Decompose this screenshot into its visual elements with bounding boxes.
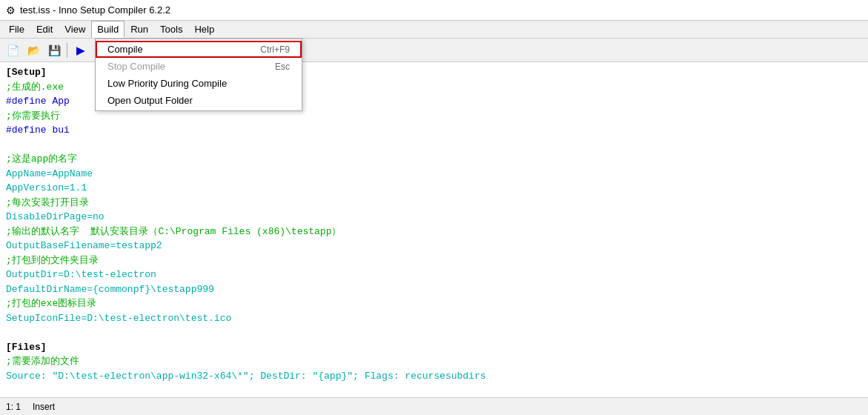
open-output-label: Open Output Folder [107,95,193,106]
editor-line [6,325,862,340]
open-icon: 📂 [27,44,40,56]
stop-compile-label: Stop Compile [107,61,165,72]
editor[interactable]: [Setup];生成的.exe#define App;你需要执行#define … [0,62,868,397]
menu-bar: File Edit View Build Run Tools Help Comp… [0,21,868,39]
toolbar-open[interactable]: 📂 [24,41,43,60]
editor-line [6,138,862,153]
editor-line: ;打包到的文件夹目录 [6,253,862,268]
editor-line: ;需要添加的文件 [6,354,862,369]
editor-line: AppVersion=1.1 [6,181,862,196]
editor-line: SetupIconFile=D:\test-electron\test.ico [6,311,862,326]
editor-line: ;打包的exe图标目录 [6,296,862,311]
compile-label: Compile [107,44,143,55]
new-icon: 📄 [7,44,19,56]
menu-run[interactable]: Run [125,21,154,38]
editor-line: ;这是app的名字 [6,152,862,167]
compile-shortcut: Ctrl+F9 [260,44,290,55]
compile-icon: ▶ [76,44,85,56]
editor-line: DefaultDirName={commonpf}\testapp999 [6,282,862,297]
build-stop-compile[interactable]: Stop Compile Esc [96,58,302,75]
editor-line: OutputBaseFilename=testapp2 [6,239,862,253]
low-priority-label: Low Priority During Compile [107,78,227,89]
edit-mode: Insert [33,402,55,412]
editor-line: Source: "D:\test-electron\app-win32-x64\… [6,369,862,384]
save-icon: 💾 [48,44,61,56]
editor-line: ;输出的默认名字 默认安装目录（C:\Program Files (x86)\t… [6,225,862,239]
menu-help[interactable]: Help [188,21,220,38]
editor-line: [Files] [6,340,862,355]
app-icon: ⚙ [6,4,16,16]
stop-compile-shortcut: Esc [275,62,290,72]
editor-line: DisableDirPage=no [6,210,862,225]
build-open-output[interactable]: Open Output Folder [96,92,302,109]
build-compile[interactable]: Compile Ctrl+F9 [96,41,302,58]
toolbar-save[interactable]: 💾 [44,41,64,60]
title-text: test.iss - Inno Setup Compiler 6.2.2 [20,4,170,16]
menu-build[interactable]: Build [91,21,125,38]
editor-line: ;每次安装打开目录 [6,196,862,210]
build-dropdown: Compile Ctrl+F9 Stop Compile Esc Low Pri… [95,39,302,111]
editor-line: OutputDir=D:\test-electron [6,268,862,282]
menu-edit[interactable]: Edit [30,21,59,38]
editor-line: #define bui [6,123,862,138]
menu-file[interactable]: File [3,21,30,38]
editor-line [6,383,862,397]
cursor-position: 1: 1 [6,402,21,412]
status-bar: 1: 1 Insert [0,397,868,415]
title-bar: ⚙ test.iss - Inno Setup Compiler 6.2.2 [0,0,868,21]
toolbar-new[interactable]: 📄 [3,41,22,60]
toolbar-compile[interactable]: ▶ [70,41,90,60]
menu-view[interactable]: View [59,21,91,38]
toolbar-separator [67,43,67,58]
build-low-priority[interactable]: Low Priority During Compile [96,75,302,92]
menu-tools[interactable]: Tools [154,21,188,38]
editor-line: AppName=AppName [6,167,862,182]
